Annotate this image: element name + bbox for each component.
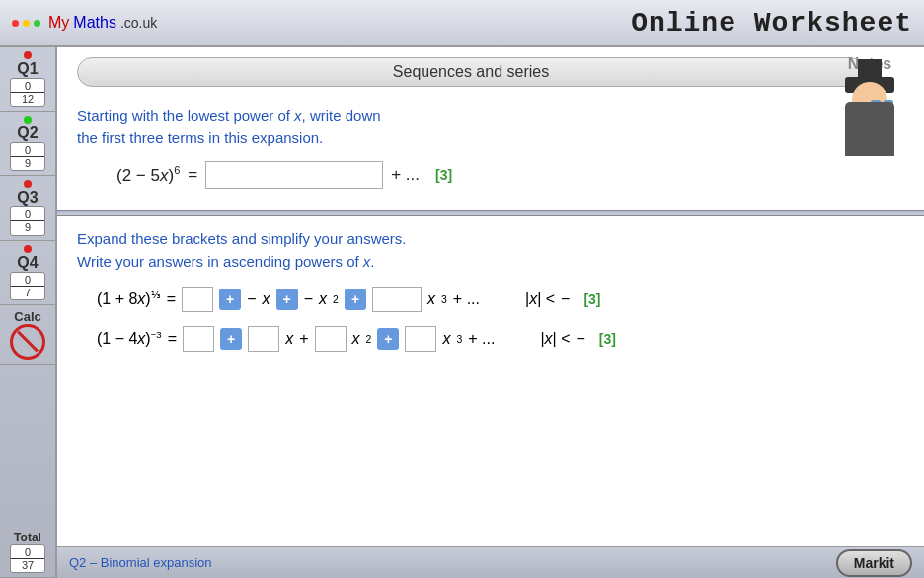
expr1-abs: |x| <: [525, 290, 555, 308]
expr1-equals: =: [167, 290, 176, 308]
section-divider: [57, 210, 924, 216]
expr1-input1[interactable]: [182, 287, 213, 312]
expr2-plus1[interactable]: +: [220, 328, 242, 350]
expr2-dots: + ...: [468, 330, 495, 348]
notes-section: Notes: [825, 55, 914, 156]
total-score: 0 37: [10, 544, 45, 573]
expr1-x3: x: [427, 290, 435, 308]
q3-score: 0 9: [10, 206, 45, 235]
calc-label: Calc: [14, 309, 40, 324]
footer-topic: Q2 – Binomial expansion: [69, 555, 212, 570]
q3-indicator: [24, 180, 32, 188]
dot-yellow: [23, 20, 30, 27]
sidebar: Q1 0 12 Q2 0 9 Q3 0 9 Q4: [0, 47, 57, 578]
q3-line1: Expand these brackets and simplify your …: [77, 230, 407, 247]
expr2-x3: x: [442, 330, 450, 348]
q2-label: Q2: [17, 124, 38, 142]
q2-instruction-text3: the first three terms in this expansion.: [77, 129, 323, 146]
total-label: Total: [14, 531, 41, 544]
q4-label: Q4: [17, 254, 38, 272]
expr2-base: (1 − 4x)−3: [97, 329, 162, 348]
expr1-dots: + ...: [453, 290, 480, 308]
professor-figure: [835, 77, 904, 156]
expr2-container: (1 − 4x)−3 = + x + x2 + x3 + ... |x| < −…: [77, 326, 904, 352]
q4-indicator: [24, 245, 32, 253]
q1-score: 0 12: [10, 78, 45, 107]
q1-label: Q1: [17, 60, 38, 78]
q4-score: 0 7: [10, 272, 45, 300]
expr1-minus-frac: −: [561, 290, 570, 308]
expr1-base: (1 + 8x)⅓: [97, 289, 161, 308]
expr1-minus2: −: [304, 290, 313, 308]
expr1-plus1[interactable]: +: [219, 289, 241, 310]
sidebar-item-total: Total 0 37: [0, 527, 55, 578]
expr2-input2[interactable]: [248, 326, 279, 352]
logo-my-text: My: [48, 14, 69, 32]
expr2-plus2: +: [299, 330, 308, 348]
prof-body: [845, 102, 894, 156]
dot-red: [12, 20, 19, 27]
q1-indicator: [24, 51, 32, 59]
prof-hat-top: [858, 59, 882, 79]
q2-instruction-text2: , write down: [302, 107, 381, 124]
q2-score: 0 9: [10, 142, 45, 171]
expr2-plus3[interactable]: +: [377, 328, 399, 350]
sidebar-item-q4[interactable]: Q4 0 7: [0, 241, 55, 305]
q3-line2: Write your answers in ascending powers o…: [77, 253, 375, 270]
expr1-x1: x: [263, 290, 270, 308]
expr2-x1: x: [285, 330, 293, 348]
expr2-input3[interactable]: [315, 326, 346, 352]
expr1-container: (1 + 8x)⅓ = + − x + − x2 + x3 + ... |x| …: [77, 287, 904, 312]
expr2-abs: |x| <: [540, 330, 570, 348]
expr1-mark: [3]: [583, 291, 600, 307]
q2-math-line: (2 − 5x)6 = + ... [3]: [116, 161, 904, 189]
expr1-row: (1 + 8x)⅓ = + − x + − x2 + x3 + ... |x| …: [97, 287, 904, 312]
footer-bar: Q2 – Binomial expansion Markit: [57, 546, 924, 578]
content-area: Notes Sequences and series Starting with…: [57, 47, 924, 578]
calc-icon: [10, 324, 45, 360]
q2-instruction-text1: Starting with the lowest power of: [77, 107, 294, 124]
q2-mark: [3]: [435, 167, 452, 183]
logo: MyMaths.co.uk: [12, 14, 157, 32]
q3-label: Q3: [17, 189, 38, 206]
expr1-minus1: −: [247, 290, 256, 308]
expr2-equals: =: [168, 330, 177, 348]
logo-dots: [12, 20, 40, 27]
markit-button[interactable]: Markit: [836, 549, 912, 577]
expr1-plus2[interactable]: +: [276, 289, 298, 310]
header: MyMaths.co.uk Online Worksheet: [0, 0, 924, 47]
sidebar-item-q2[interactable]: Q2 0 9: [0, 112, 55, 176]
q3-instruction: Expand these brackets and simplify your …: [77, 228, 904, 273]
page-title: Online Worksheet: [631, 8, 912, 39]
q2-input[interactable]: [205, 161, 383, 189]
q2-expression: (2 − 5x)6: [116, 164, 180, 186]
logo-couk-text: .co.uk: [120, 15, 157, 31]
q2-indicator: [24, 116, 32, 124]
sidebar-item-q3[interactable]: Q3 0 9: [0, 176, 55, 240]
expr2-mark: [3]: [599, 331, 616, 347]
sidebar-item-calc[interactable]: Calc: [0, 305, 55, 365]
expr1-x2: x: [319, 290, 327, 308]
q2-x: x: [294, 107, 302, 124]
q3-q4-section: Expand these brackets and simplify your …: [57, 220, 924, 372]
topic-bar: Sequences and series: [77, 57, 865, 87]
expr2-minus-frac: −: [577, 330, 585, 348]
expr2-row: (1 − 4x)−3 = + x + x2 + x3 + ... |x| < −…: [97, 326, 904, 352]
expr2-input1[interactable]: [183, 326, 214, 352]
dot-green: [34, 20, 40, 27]
expr2-input4[interactable]: [405, 326, 436, 352]
sidebar-item-q1[interactable]: Q1 0 12: [0, 47, 55, 112]
q2-content: Starting with the lowest power of x, wri…: [57, 97, 924, 206]
expr2-x2: x: [352, 330, 360, 348]
expr1-plus3[interactable]: +: [345, 289, 366, 310]
q2-plus-dots: + ...: [391, 165, 420, 185]
main-layout: Q1 0 12 Q2 0 9 Q3 0 9 Q4: [0, 47, 924, 578]
expr1-input2[interactable]: [372, 287, 422, 312]
logo-maths-text: Maths: [73, 14, 116, 32]
q2-instruction: Starting with the lowest power of x, wri…: [77, 105, 904, 149]
q2-equals: =: [188, 165, 197, 185]
